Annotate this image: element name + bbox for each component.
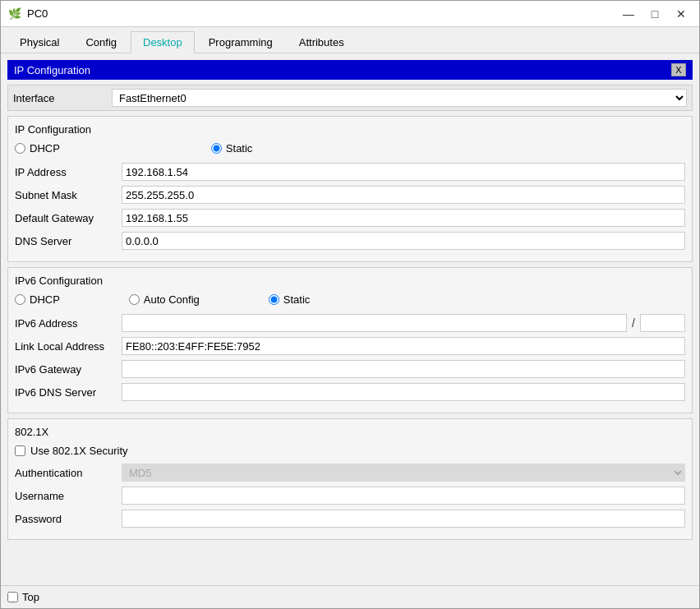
subnet-mask-row: Subnet Mask <box>15 186 685 204</box>
ipv6-static-radio[interactable] <box>269 294 279 305</box>
ipv4-section-title: IP Configuration <box>15 123 685 136</box>
maximize-button[interactable]: □ <box>643 5 666 23</box>
ipv4-dhcp-radio[interactable] <box>15 143 25 154</box>
interface-row: Interface FastEthernet0 <box>7 85 693 111</box>
ipv6-dns-row: IPv6 DNS Server <box>15 383 685 401</box>
minimize-button[interactable]: — <box>617 5 640 23</box>
password-label: Password <box>15 513 122 525</box>
ipv6-dns-label: IPv6 DNS Server <box>15 386 122 399</box>
ipv6-auto-option[interactable]: Auto Config <box>129 293 200 306</box>
ipv6-dhcp-radio[interactable] <box>15 294 25 305</box>
dot1x-title: 802.1X <box>15 426 685 438</box>
link-local-input[interactable] <box>122 337 685 355</box>
ipv6-gateway-input[interactable] <box>122 360 685 378</box>
ipv6-prefix-input[interactable] <box>640 314 685 332</box>
close-button[interactable]: ✕ <box>670 5 693 23</box>
ipv6-auto-label: Auto Config <box>144 293 200 306</box>
ipv4-static-label: Static <box>226 142 253 155</box>
ipv4-section: IP Configuration DHCP Static IP Address … <box>7 116 693 262</box>
ipv6-static-label: Static <box>283 293 311 306</box>
ipv4-static-option[interactable]: Static <box>211 142 253 155</box>
ipv6-address-input[interactable] <box>122 314 627 332</box>
ip-address-input[interactable] <box>122 163 685 181</box>
username-input[interactable] <box>122 487 685 505</box>
use-security-checkbox[interactable] <box>15 445 25 456</box>
subnet-mask-input[interactable] <box>122 186 685 204</box>
ipv6-section: IPv6 Configuration DHCP Auto Config Stat… <box>7 267 693 413</box>
tab-programming[interactable]: Programming <box>196 31 285 53</box>
default-gateway-label: Default Gateway <box>15 212 122 224</box>
main-content: IP Configuration X Interface FastEtherne… <box>1 53 699 585</box>
ip-address-row: IP Address <box>15 163 685 181</box>
auth-row: Authentication MD5 <box>15 464 685 482</box>
ipv6-slash-divider: / <box>630 316 637 330</box>
use-security-label: Use 802.1X Security <box>30 445 128 457</box>
ipv4-dhcp-option[interactable]: DHCP <box>15 142 60 155</box>
default-gateway-row: Default Gateway <box>15 209 685 227</box>
dot1x-section: 802.1X Use 802.1X Security Authenticatio… <box>7 418 693 540</box>
ipv4-static-radio[interactable] <box>211 143 222 154</box>
dns-server-input[interactable] <box>122 232 685 250</box>
ip-config-close-button[interactable]: X <box>671 63 686 76</box>
main-window: 🌿 PC0 — □ ✕ Physical Config Desktop Prog… <box>0 0 700 609</box>
window-title: PC0 <box>27 7 617 20</box>
default-gateway-input[interactable] <box>122 209 685 227</box>
ipv6-address-row: IPv6 Address / <box>15 314 685 332</box>
ipv6-dhcp-label: DHCP <box>30 293 60 306</box>
tab-desktop[interactable]: Desktop <box>131 31 195 53</box>
ip-config-title: IP Configuration <box>14 64 90 76</box>
link-local-row: Link Local Address <box>15 337 685 355</box>
ipv6-mode-row: DHCP Auto Config Static <box>15 293 685 306</box>
window-controls: — □ ✕ <box>617 5 693 23</box>
ipv6-gateway-label: IPv6 Gateway <box>15 363 122 376</box>
password-input[interactable] <box>122 510 685 528</box>
subnet-mask-label: Subnet Mask <box>15 189 122 201</box>
ip-config-header: IP Configuration X <box>7 60 693 80</box>
ipv6-gateway-row: IPv6 Gateway <box>15 360 685 378</box>
bottom-bar: Top <box>1 585 699 608</box>
link-local-label: Link Local Address <box>15 340 122 353</box>
top-checkbox[interactable] <box>7 592 18 602</box>
auth-label: Authentication <box>15 467 122 479</box>
tab-physical[interactable]: Physical <box>7 31 71 53</box>
ip-address-label: IP Address <box>15 166 122 178</box>
tab-config[interactable]: Config <box>73 31 129 53</box>
ipv6-address-label: IPv6 Address <box>15 317 122 330</box>
top-checkbox-row[interactable]: Top <box>7 591 39 603</box>
username-row: Username <box>15 487 685 505</box>
interface-select[interactable]: FastEthernet0 <box>112 89 687 107</box>
title-bar: 🌿 PC0 — □ ✕ <box>1 1 699 27</box>
password-row: Password <box>15 510 685 528</box>
ipv6-static-option[interactable]: Static <box>269 293 311 306</box>
ipv4-mode-row: DHCP Static <box>15 142 685 155</box>
ipv6-auto-radio[interactable] <box>129 294 140 305</box>
app-icon: 🌿 <box>7 7 22 21</box>
ipv4-dhcp-label: DHCP <box>30 142 60 155</box>
tab-bar: Physical Config Desktop Programming Attr… <box>1 27 699 53</box>
interface-label: Interface <box>13 92 112 104</box>
dns-server-label: DNS Server <box>15 235 122 247</box>
use-security-row: Use 802.1X Security <box>15 445 685 457</box>
auth-select[interactable]: MD5 <box>122 464 685 482</box>
top-label: Top <box>22 591 39 603</box>
tab-attributes[interactable]: Attributes <box>287 31 357 53</box>
ipv6-dhcp-option[interactable]: DHCP <box>15 293 60 306</box>
username-label: Username <box>15 490 122 502</box>
dns-server-row: DNS Server <box>15 232 685 250</box>
ipv6-dns-input[interactable] <box>122 383 685 401</box>
ipv6-section-title: IPv6 Configuration <box>15 275 685 287</box>
